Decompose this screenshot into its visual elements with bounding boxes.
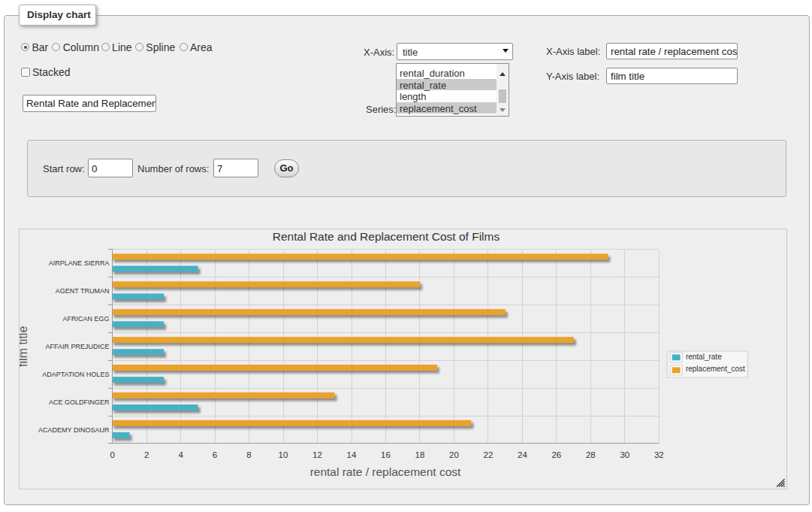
svg-text:ACADEMY DINOSAUR: ACADEMY DINOSAUR — [38, 426, 110, 434]
svg-text:30: 30 — [620, 450, 629, 459]
svg-text:AFRICAN EGG: AFRICAN EGG — [62, 315, 109, 323]
svg-text:28: 28 — [586, 450, 596, 459]
svg-text:14: 14 — [347, 450, 357, 459]
svg-text:20: 20 — [449, 450, 459, 459]
svg-text:AGENT TRUMAN: AGENT TRUMAN — [56, 287, 110, 295]
svg-text:film title: film title — [20, 326, 29, 367]
svg-text:18: 18 — [415, 450, 425, 459]
svg-text:10: 10 — [279, 450, 288, 459]
svg-text:24: 24 — [518, 450, 527, 459]
svg-text:rental rate / replacement cost: rental rate / replacement cost — [310, 465, 461, 478]
svg-text:replacement_cost: replacement_cost — [686, 365, 745, 373]
svg-text:rental_rate: rental_rate — [686, 353, 722, 361]
svg-text:12: 12 — [312, 450, 322, 459]
svg-text:AFFAIR PREJUDICE: AFFAIR PREJUDICE — [45, 343, 109, 350]
svg-text:ADAPTATION HOLES: ADAPTATION HOLES — [42, 371, 109, 378]
svg-text:26: 26 — [551, 450, 561, 459]
svg-text:0: 0 — [110, 450, 114, 459]
svg-text:2: 2 — [144, 450, 149, 459]
svg-text:8: 8 — [246, 450, 251, 459]
svg-text:AIRPLANE SIERRA: AIRPLANE SIERRA — [49, 259, 110, 267]
svg-text:ACE GOLDFINGER: ACE GOLDFINGER — [49, 398, 110, 406]
svg-text:22: 22 — [484, 450, 494, 459]
svg-text:16: 16 — [381, 450, 391, 459]
svg-text:6: 6 — [213, 450, 217, 459]
svg-text:Rental Rate and Replacement Co: Rental Rate and Replacement Cost of Film… — [273, 230, 500, 243]
svg-text:4: 4 — [178, 450, 183, 459]
svg-text:32: 32 — [654, 450, 664, 459]
